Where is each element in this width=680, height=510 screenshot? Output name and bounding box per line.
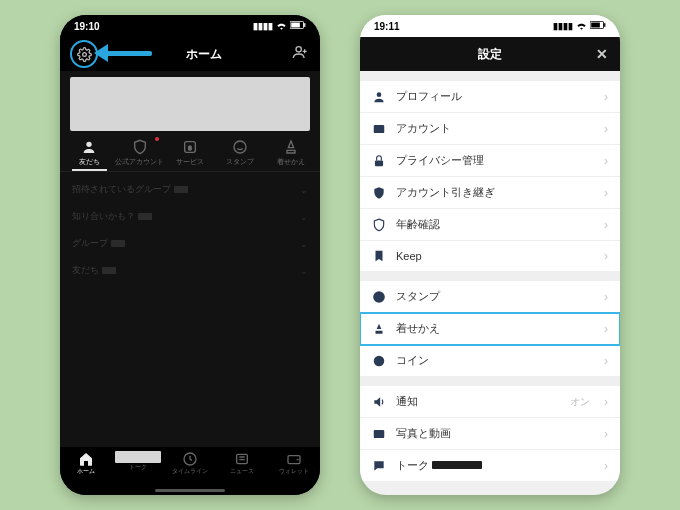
row-label: プロフィール xyxy=(396,89,594,104)
profile-card[interactable] xyxy=(70,77,310,131)
row-privacy[interactable]: プライバシー管理› xyxy=(360,145,620,177)
svg-rect-2 xyxy=(304,23,305,27)
smile-icon xyxy=(372,290,386,304)
nav-label: ホーム xyxy=(77,467,95,476)
svg-point-4 xyxy=(296,47,301,52)
list-row[interactable]: 友だち⌄ xyxy=(60,257,320,284)
nav-news[interactable]: ニュース xyxy=(216,451,268,476)
svg-rect-13 xyxy=(591,23,600,28)
lock-icon xyxy=(372,154,386,168)
nav-label: ニュース xyxy=(230,467,254,476)
redacted-icon xyxy=(115,451,161,463)
group-list: 招待されているグループ⌄ 知り合いかも？⌄ グループ⌄ 友だち⌄ xyxy=(60,172,320,288)
phone-home: 19:10 ▮▮▮▮ ホーム 友だち xyxy=(60,15,320,495)
row-talk[interactable]: トーク › xyxy=(360,450,620,481)
clock: 19:10 xyxy=(74,21,100,32)
top-bar: ホーム xyxy=(60,37,320,71)
person-icon xyxy=(372,90,386,104)
page-title: ホーム xyxy=(186,46,222,63)
coin-icon xyxy=(372,354,386,368)
tab-services[interactable]: s サービス xyxy=(165,139,215,171)
phone-settings: 19:11 ▮▮▮▮ 設定 ✕ プロフィール› アカウント› プライバシー管理›… xyxy=(360,15,620,495)
nav-label: ウォレット xyxy=(279,467,309,476)
tab-stickers[interactable]: スタンプ xyxy=(215,139,265,171)
person-icon xyxy=(81,139,97,155)
row-stickers[interactable]: スタンプ› xyxy=(360,281,620,313)
row-label: トーク xyxy=(396,459,429,471)
svg-point-19 xyxy=(374,355,385,366)
row-label: コイン xyxy=(396,353,594,368)
row-label: 招待されているグループ xyxy=(72,184,171,194)
nav-timeline[interactable]: タイムライン xyxy=(164,451,216,476)
row-label: グループ xyxy=(72,238,108,248)
list-row[interactable]: 招待されているグループ⌄ xyxy=(60,176,320,203)
shield-check-icon xyxy=(372,186,386,200)
status-bar: 19:11 ▮▮▮▮ xyxy=(360,15,620,37)
nav-label: タイムライン xyxy=(172,467,208,476)
signal-icon: ▮▮▮▮ xyxy=(253,21,273,31)
bookmark-icon xyxy=(372,249,386,263)
row-label: 友だち xyxy=(72,265,99,275)
brush-icon xyxy=(283,139,299,155)
clock-icon xyxy=(182,451,198,467)
row-label: アカウント xyxy=(396,121,594,136)
clock: 19:11 xyxy=(374,21,400,32)
nav-home[interactable]: ホーム xyxy=(60,451,112,476)
row-label: 通知 xyxy=(396,394,560,409)
tab-themes[interactable]: 着せかえ xyxy=(266,139,316,171)
chevron-right-icon: › xyxy=(604,154,608,168)
add-friend-button[interactable] xyxy=(292,44,308,64)
row-label: 着せかえ xyxy=(396,321,594,336)
svg-point-15 xyxy=(377,92,382,97)
chevron-right-icon: › xyxy=(604,395,608,409)
tab-official[interactable]: 公式アカウント xyxy=(114,139,164,171)
row-label: アカウント引き継ぎ xyxy=(396,185,594,200)
photo-icon xyxy=(372,427,386,441)
tab-label: 友だち xyxy=(79,157,100,167)
shield-icon xyxy=(372,218,386,232)
row-account[interactable]: アカウント› xyxy=(360,113,620,145)
row-photo[interactable]: 写真と動画› xyxy=(360,418,620,450)
wallet-icon xyxy=(286,451,302,467)
row-coin[interactable]: コイン› xyxy=(360,345,620,376)
list-row[interactable]: 知り合いかも？⌄ xyxy=(60,203,320,230)
status-icons: ▮▮▮▮ xyxy=(553,21,606,32)
chevron-down-icon: ⌄ xyxy=(300,212,308,222)
row-notify[interactable]: 通知オン› xyxy=(360,386,620,418)
row-label: 写真と動画 xyxy=(396,426,594,441)
chat-icon xyxy=(372,459,386,473)
chevron-down-icon: ⌄ xyxy=(300,266,308,276)
svg-point-8 xyxy=(234,141,246,153)
tab-label: サービス xyxy=(176,157,204,167)
row-label: プライバシー管理 xyxy=(396,153,594,168)
nav-talk[interactable]: トーク xyxy=(112,451,164,472)
row-age[interactable]: 年齢確認› xyxy=(360,209,620,241)
battery-icon xyxy=(590,21,606,31)
svg-text:s: s xyxy=(188,144,192,151)
row-profile[interactable]: プロフィール› xyxy=(360,81,620,113)
nav-label: トーク xyxy=(129,463,147,472)
id-icon xyxy=(372,122,386,136)
svg-point-3 xyxy=(82,52,86,56)
nav-wallet[interactable]: ウォレット xyxy=(268,451,320,476)
row-value: オン xyxy=(570,395,590,409)
category-tabs: 友だち 公式アカウント s サービス スタンプ 着せかえ xyxy=(60,137,320,171)
settings-section-1: プロフィール› アカウント› プライバシー管理› アカウント引き継ぎ› 年齢確認… xyxy=(360,81,620,271)
status-icons: ▮▮▮▮ xyxy=(253,21,306,32)
chevron-right-icon: › xyxy=(604,218,608,232)
grid-icon: s xyxy=(182,139,198,155)
speaker-icon xyxy=(372,395,386,409)
tab-friends[interactable]: 友だち xyxy=(64,139,114,171)
home-icon xyxy=(78,451,94,467)
list-row[interactable]: グループ⌄ xyxy=(60,230,320,257)
close-button[interactable]: ✕ xyxy=(596,46,608,62)
row-keep[interactable]: Keep› xyxy=(360,241,620,271)
svg-rect-20 xyxy=(374,429,385,437)
svg-rect-17 xyxy=(375,160,383,166)
tab-label: 公式アカウント xyxy=(115,157,164,167)
row-transfer[interactable]: アカウント引き継ぎ› xyxy=(360,177,620,209)
notification-dot xyxy=(155,137,159,141)
svg-point-18 xyxy=(373,291,385,303)
bottom-nav: ホーム トーク タイムライン ニュース ウォレット xyxy=(60,447,320,495)
row-themes[interactable]: 着せかえ› xyxy=(360,313,620,345)
